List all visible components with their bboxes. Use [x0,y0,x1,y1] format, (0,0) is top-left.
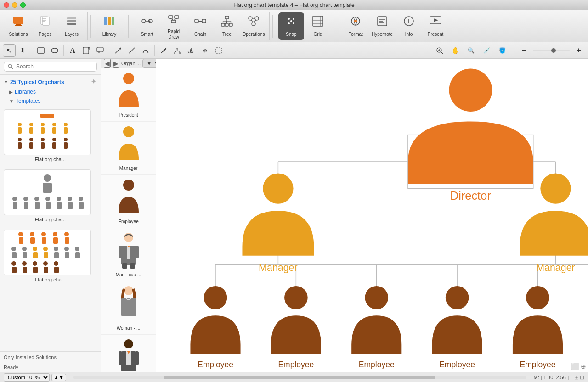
zoom-in-button[interactable]: + [572,44,585,57]
line-tool[interactable] [125,44,138,57]
maximize-button[interactable] [20,2,26,8]
svg-rect-24 [202,19,206,23]
smart-button[interactable]: Smart [134,12,160,40]
info-button[interactable]: i Info [396,12,422,40]
svg-text:Employee: Employee [278,360,314,369]
edit-points-tool[interactable] [171,44,184,57]
svg-rect-178 [119,351,122,365]
svg-point-211 [526,286,549,309]
shapes-nav-back[interactable]: ◀ [104,59,111,68]
zoom-out-button[interactable]: − [517,44,530,57]
corner-icon-1[interactable]: ⬜ [571,363,579,370]
pan-button[interactable]: ✋ [449,44,462,57]
tree-button[interactable]: Tree [214,12,240,40]
text-tool[interactable]: A [66,44,79,57]
svg-point-72 [174,52,175,54]
paint-button[interactable]: 🪣 [496,44,509,57]
text-select-tool[interactable]: I| [17,44,29,57]
layers-button[interactable]: Layers [59,12,85,40]
present-button[interactable]: Present [423,12,448,40]
svg-point-14 [142,19,146,23]
format-button[interactable]: Format [343,12,368,40]
pen-tool[interactable] [157,44,170,57]
solutions-button[interactable]: Solutions [6,12,31,40]
hypernote-button[interactable]: Hypernote [369,12,395,40]
corner-icon-2[interactable]: ⊕ [581,363,586,370]
chain-button[interactable]: Chain [187,12,213,40]
eyedropper-button[interactable]: 💉 [480,44,493,57]
pages-button[interactable]: Pages [32,12,58,40]
libraries-label: Libraries [15,89,36,95]
svg-rect-106 [52,142,56,149]
zoom-fit-button[interactable] [433,44,446,57]
library-button[interactable]: Library [96,12,122,40]
scissors-tool[interactable] [185,44,198,57]
pin-button[interactable] [90,78,97,84]
sidebar-item-templates[interactable]: ▼ Templates [0,96,101,106]
search-icon [8,64,13,69]
svg-point-43 [293,18,294,20]
pages-icon [39,15,51,30]
svg-rect-152 [12,267,17,273]
chain-label: Chain [194,32,206,37]
canvas-area[interactable]: Director Manager Manager Employee Employ… [156,59,588,372]
svg-rect-115 [24,202,28,209]
svg-text:Employee: Employee [198,360,233,369]
tree-icon [220,15,233,30]
svg-point-207 [365,286,388,309]
snap-button[interactable]: Snap [278,12,304,40]
shape-man-cau[interactable]: Man - cau ... [101,228,156,281]
resize-icon-1[interactable]: ⊞ [574,374,579,381]
svg-point-163 [123,180,134,191]
shapes-nav-forward[interactable]: ▶ [113,59,119,68]
svg-point-133 [53,232,57,236]
svg-point-116 [34,197,39,201]
callout-tool[interactable] [94,44,107,57]
horizontal-scrollbar[interactable] [74,376,526,379]
shape-president[interactable]: President [101,68,156,122]
close-button[interactable] [4,2,9,8]
shape-woman[interactable]: Woman - ... [101,281,156,335]
search-box [0,59,101,75]
zoom-slider[interactable] [533,50,570,51]
rapid-draw-button[interactable]: Rapid Draw [161,12,187,40]
crop-tool[interactable] [212,44,225,57]
template-item-2[interactable]: Flat org cha... [2,168,99,224]
rectangle-tool[interactable] [34,44,47,57]
shape-manager[interactable]: Manager [101,122,156,175]
shape-man-african[interactable]: Man - african [101,335,156,372]
pointer-tool[interactable]: ↖ [3,44,16,57]
svg-point-124 [79,197,83,201]
svg-point-110 [44,174,51,182]
svg-line-70 [129,48,135,53]
minimize-button[interactable] [12,2,17,8]
zoom-percent-button[interactable]: ▲▼ [51,374,66,381]
sidebar-item-libraries[interactable]: ▶ Libraries [0,87,101,96]
svg-rect-173 [121,298,136,316]
sidebar-root[interactable]: ▼ 25 Typical Orgcharts [0,77,101,87]
tree-label: Tree [222,32,232,37]
operations-button[interactable]: Operations [241,12,266,40]
pin-icon[interactable] [90,78,97,86]
grid-button[interactable]: Grid [305,12,331,40]
shape-employee[interactable]: Employee [101,175,156,228]
resize-icon-2[interactable]: ⊡ [580,374,584,381]
zoom-button[interactable]: 🔍 [464,44,477,57]
arrow-tool[interactable] [112,44,124,57]
search-input[interactable] [16,63,93,70]
svg-rect-140 [23,252,27,258]
ellipse-tool[interactable] [48,44,61,57]
shapes-dropdown[interactable]: ▼ [142,59,156,68]
zoom-select[interactable]: Custom 101% [4,373,50,382]
template-item-1[interactable]: Flat org cha... [2,107,99,164]
svg-line-78 [191,48,192,51]
knife-tool[interactable]: ⊕ [198,44,211,57]
curve-tool[interactable] [139,44,152,57]
chain-icon [194,15,207,30]
note-tool[interactable] [80,44,93,57]
svg-rect-11 [104,17,107,25]
template-item-3[interactable]: Flat org cha... [2,228,99,284]
hypernote-label: Hypernote [372,32,393,37]
present-icon [429,15,442,30]
template-name-3: Flat org cha... [4,277,97,282]
